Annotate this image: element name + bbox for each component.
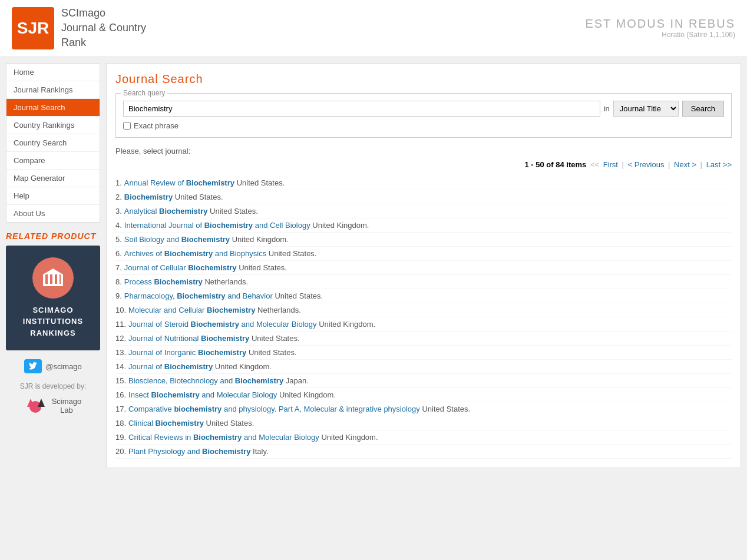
logo-text: SCImago Journal & Country Rank xyxy=(61,6,146,51)
journal-link[interactable]: Clinical Biochemistry xyxy=(128,419,204,428)
journal-country: United Kingdom. xyxy=(232,235,289,244)
logo-title-line2: Journal & Country xyxy=(61,21,146,35)
pagination-last[interactable]: Last >> xyxy=(706,160,732,169)
journal-country: United States. xyxy=(206,419,254,428)
journal-num: 12. xyxy=(115,334,126,343)
journal-link[interactable]: Journal of Cellular Biochemistry xyxy=(124,263,237,272)
journal-country: United Kingdom. xyxy=(321,433,378,442)
journal-num: 2. xyxy=(115,193,122,201)
journal-link[interactable]: Pharmacology, Biochemistry and Behavior xyxy=(124,291,273,300)
journal-num: 14. xyxy=(115,362,126,371)
logo-title-line1: SCImago xyxy=(61,6,146,21)
sidebar-item-country-rankings[interactable]: Country Rankings xyxy=(6,117,100,134)
sidebar-item-country-search[interactable]: Country Search xyxy=(6,134,100,152)
svg-rect-3 xyxy=(52,274,55,284)
twitter-area: @scimago xyxy=(6,359,100,373)
journal-link[interactable]: Bioscience, Biotechnology and Biochemist… xyxy=(128,376,283,385)
list-item: 13.Journal of Inorganic Biochemistry Uni… xyxy=(115,346,732,360)
journal-num: 19. xyxy=(115,433,126,442)
svg-marker-6 xyxy=(43,269,63,274)
journal-link[interactable]: Critical Reviews in Biochemistry and Mol… xyxy=(128,433,319,442)
journal-num: 16. xyxy=(115,390,126,399)
sidebar-item-journal-rankings[interactable]: Journal Rankings xyxy=(6,81,100,99)
search-query-box: Search query in Journal Title Journal IS… xyxy=(115,93,732,138)
journal-link[interactable]: International Journal of Biochemistry an… xyxy=(124,221,310,230)
exact-phrase-label: Exact phrase xyxy=(134,121,179,130)
journal-link[interactable]: Journal of Inorganic Biochemistry xyxy=(128,348,246,357)
svg-rect-2 xyxy=(48,274,50,284)
journal-link[interactable]: Journal of Biochemistry xyxy=(128,362,213,371)
twitter-button[interactable] xyxy=(24,359,42,373)
journal-num: 6. xyxy=(115,249,122,258)
list-item: 2.Biochemistry United States. xyxy=(115,190,732,204)
journal-num: 11. xyxy=(115,320,126,329)
search-select[interactable]: Journal Title Journal ISSN Subject Area xyxy=(613,101,679,117)
list-item: 12.Journal of Nutritional Biochemistry U… xyxy=(115,332,732,346)
related-banner[interactable]: SCIMAGOINSTITUTIONSRANKINGS xyxy=(6,246,100,351)
journal-link[interactable]: Journal of Steroid Biochemistry and Mole… xyxy=(128,320,316,329)
journal-link[interactable]: Insect Biochemistry and Molecular Biolog… xyxy=(128,390,277,399)
journal-num: 17. xyxy=(115,405,126,413)
journal-country: United Kingdom. xyxy=(312,221,369,230)
journal-num: 1. xyxy=(115,178,122,187)
journal-list: 1.Annual Review of Biochemistry United S… xyxy=(115,176,732,459)
journal-country: United Kingdom. xyxy=(319,320,375,329)
journal-link[interactable]: Annual Review of Biochemistry xyxy=(124,178,234,187)
list-item: 14.Journal of Biochemistry United Kingdo… xyxy=(115,360,732,374)
search-button[interactable]: Search xyxy=(682,101,724,117)
pagination-first[interactable]: First xyxy=(603,160,618,169)
sep2: | xyxy=(622,160,624,169)
sidebar-item-home[interactable]: Home xyxy=(6,64,100,81)
journal-country: United States. xyxy=(252,334,300,343)
journal-country: United States. xyxy=(175,193,223,201)
search-row: in Journal Title Journal ISSN Subject Ar… xyxy=(123,101,724,117)
list-item: 20.Plant Physiology and Biochemistry Ita… xyxy=(115,445,732,459)
journal-link[interactable]: Plant Physiology and Biochemistry xyxy=(128,447,250,456)
journal-link[interactable]: Archives of Biochemistry and Biophysics xyxy=(124,249,266,258)
journal-num: 20. xyxy=(115,447,126,456)
journal-link[interactable]: Comparative biochemistry and physiology.… xyxy=(128,405,420,413)
scimago-lab: Scimago Lab xyxy=(6,394,100,417)
sub-quote: Horatio (Satire 1,1,106) xyxy=(585,31,735,39)
journal-num: 3. xyxy=(115,207,122,216)
journal-country: Italy. xyxy=(253,447,269,456)
journal-link[interactable]: Molecular and Cellular Biochemistry xyxy=(128,306,255,314)
svg-rect-0 xyxy=(43,284,63,286)
journal-num: 10. xyxy=(115,306,126,314)
header: SJR SCImago Journal & Country Rank EST M… xyxy=(0,0,747,57)
twitter-handle: @scimago xyxy=(45,362,82,371)
main-layout: Home Journal Rankings Journal Search Cou… xyxy=(0,57,747,474)
journal-country: Netherlands. xyxy=(257,306,301,314)
list-item: 10.Molecular and Cellular Biochemistry N… xyxy=(115,303,732,317)
list-item: 4.International Journal of Biochemistry … xyxy=(115,218,732,233)
dev-text: SJR is developed by: xyxy=(6,382,100,390)
journal-country: United Kingdom. xyxy=(215,362,272,371)
sidebar-item-map-generator[interactable]: Map Generator xyxy=(6,170,100,187)
tagline: EST MODUS IN REBUS Horatio (Satire 1,1,1… xyxy=(585,17,735,39)
journal-link[interactable]: Process Biochemistry xyxy=(124,277,203,286)
list-item: 15.Bioscience, Biotechnology and Biochem… xyxy=(115,374,732,388)
journal-link[interactable]: Soil Biology and Biochemistry xyxy=(124,235,230,244)
banner-icon xyxy=(32,257,74,299)
list-item: 18.Clinical Biochemistry United States. xyxy=(115,416,732,430)
journal-num: 7. xyxy=(115,263,122,272)
pagination-next[interactable]: Next > xyxy=(674,160,696,169)
sidebar-item-compare[interactable]: Compare xyxy=(6,152,100,170)
sidebar-item-help[interactable]: Help xyxy=(6,187,100,205)
journal-link[interactable]: Biochemistry xyxy=(124,193,173,201)
pagination-prev[interactable]: < Previous xyxy=(628,160,665,169)
journal-country: United States. xyxy=(239,263,287,272)
journal-link[interactable]: Journal of Nutritional Biochemistry xyxy=(128,334,249,343)
sidebar-item-about-us[interactable]: About Us xyxy=(6,205,100,222)
journal-country: United States. xyxy=(275,291,323,300)
sidebar-item-journal-search[interactable]: Journal Search xyxy=(6,99,100,117)
list-item: 5.Soil Biology and Biochemistry United K… xyxy=(115,233,732,247)
list-item: 9.Pharmacology, Biochemistry and Behavio… xyxy=(115,289,732,303)
page-title: Journal Search xyxy=(115,72,732,86)
pagination: 1 - 50 of 84 items << First | < Previous… xyxy=(115,160,732,169)
exact-phrase-checkbox[interactable] xyxy=(123,122,131,130)
journal-num: 13. xyxy=(115,348,126,357)
journal-link[interactable]: Analytical Biochemistry xyxy=(124,207,208,216)
journal-num: 5. xyxy=(115,235,122,244)
search-input[interactable] xyxy=(123,101,600,117)
